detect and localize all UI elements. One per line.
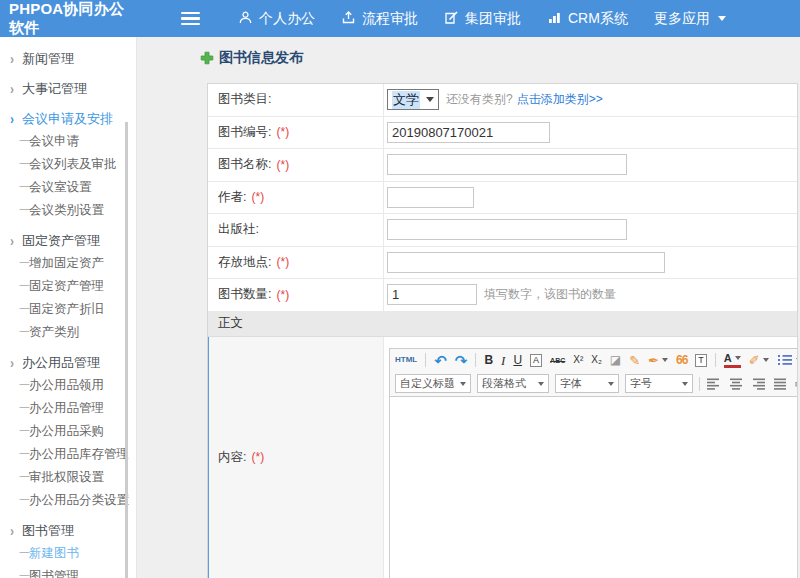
sidebar-item-5[interactable]: 一会议列表及审批 (0, 153, 136, 176)
required-mark: (*) (251, 190, 264, 204)
sidebar-item-9[interactable]: 一增加固定资产 (0, 252, 136, 275)
italic-button[interactable]: I (501, 354, 505, 367)
char-border-button[interactable]: A (530, 354, 542, 367)
sidebar-item-4[interactable]: 一会议申请 (0, 130, 136, 153)
nav-item-label: 更多应用 (654, 10, 710, 28)
sidebar-item-6[interactable]: 一会议室设置 (0, 176, 136, 199)
app-logo: PHPOA协同办公软件 (0, 0, 137, 38)
form-value-cell: 填写数字，该图书的数量 (384, 279, 797, 311)
font-color-button[interactable]: A (724, 353, 741, 368)
nav-item-5[interactable]: 更多应用 (654, 10, 726, 28)
edit-square-icon (444, 10, 459, 28)
field-label: 图书类目: (218, 91, 271, 108)
sidebar-item-label: 会议室设置 (29, 179, 92, 196)
underline-button[interactable]: U (513, 354, 522, 366)
form-value-cell (384, 182, 797, 214)
align-center-button[interactable] (728, 377, 744, 391)
nav-item-2[interactable]: 流程审批 (341, 10, 418, 28)
sidebar-item-label: 办公用品领用 (29, 377, 104, 394)
nav-item-1[interactable]: 个人办公 (238, 10, 315, 28)
html-source-button[interactable]: HTML (395, 356, 417, 364)
format-brush-button[interactable]: ✎ (629, 354, 640, 367)
dash-icon: 一 (19, 470, 29, 485)
book-number-input[interactable] (387, 122, 550, 143)
select-label: 段落格式 (482, 376, 526, 391)
paste-text-button[interactable]: T (695, 354, 707, 367)
form-label-cell: 出版社: (208, 214, 384, 246)
sidebar-item-18[interactable]: 一审批权限设置 (0, 466, 136, 489)
book-category-select[interactable]: 文学 (387, 89, 439, 110)
font-family-select[interactable]: 字体 (555, 374, 619, 393)
book-name-input[interactable] (387, 154, 627, 175)
align-right-button[interactable] (750, 377, 766, 391)
sidebar-item-21[interactable]: 一新建图书 (0, 542, 136, 565)
bar-chart-icon (547, 10, 562, 28)
dash-icon: 一 (19, 401, 29, 416)
caret-down-icon (763, 358, 769, 362)
highlight-color-button[interactable]: ✐ (749, 354, 769, 367)
sidebar-item-22[interactable]: 一图书管理 (0, 565, 136, 578)
sidebar-item-20[interactable]: ›图书管理 (0, 519, 136, 542)
dash-icon: 一 (19, 134, 29, 149)
caret-down-icon (460, 382, 466, 386)
sidebar-item-3[interactable]: ›会议申请及安排 (0, 107, 136, 130)
eraser-button[interactable]: ◪ (610, 354, 621, 366)
sidebar-item-13[interactable]: ›办公用品管理 (0, 351, 136, 374)
sidebar-item-19[interactable]: 一办公用品分类设置 (0, 489, 136, 512)
nav-item-3[interactable]: 集团审批 (444, 10, 521, 28)
author-input[interactable] (387, 187, 474, 208)
sidebar-item-8[interactable]: ›固定资产管理 (0, 229, 136, 252)
required-mark: (*) (276, 125, 289, 139)
caret-down-icon (682, 382, 688, 386)
custom-title-select[interactable]: 自定义标题 (395, 374, 471, 393)
sidebar-item-7[interactable]: 一会议类别设置 (0, 199, 136, 222)
dash-icon: 一 (19, 157, 29, 172)
subscript-button[interactable]: X₂ (591, 355, 602, 365)
nav-item-label: CRM系统 (568, 10, 628, 28)
publisher-input[interactable] (387, 219, 627, 240)
sidebar-item-10[interactable]: 一固定资产管理 (0, 275, 136, 298)
redo-button[interactable]: ↷ (455, 353, 468, 368)
body-section-header: 正文 (208, 312, 797, 337)
nav-item-label: 流程审批 (362, 10, 418, 28)
add-category-link[interactable]: 点击添加类别>> (517, 91, 603, 108)
sidebar-item-label: 办公用品管理 (29, 400, 104, 417)
olist-icon (777, 353, 793, 367)
ordered-list-button[interactable] (777, 353, 798, 367)
bold-button[interactable]: B (484, 354, 493, 366)
link-button[interactable] (794, 377, 798, 391)
blockquote-button[interactable]: 66 (676, 354, 687, 366)
undo-button[interactable]: ↶ (434, 353, 447, 368)
align-left-button[interactable] (706, 377, 722, 391)
hamburger-menu-icon[interactable] (181, 12, 200, 25)
sidebar-item-label: 增加固定资产 (29, 255, 104, 272)
sidebar-item-14[interactable]: 一办公用品领用 (0, 374, 136, 397)
form-label-cell: 图书数量:(*) (208, 279, 384, 311)
storage-location-input[interactable] (387, 252, 665, 273)
paragraph-format-select[interactable]: 段落格式 (477, 374, 549, 393)
font-size-select[interactable]: 字号 (625, 374, 693, 393)
sidebar-item-2[interactable]: ›大事记管理 (0, 77, 136, 100)
align-justify-button[interactable] (772, 377, 788, 391)
dash-icon: 一 (19, 279, 29, 294)
sidebar-item-16[interactable]: 一办公用品采购 (0, 420, 136, 443)
sidebar-item-17[interactable]: 一办公用品库存管理 (0, 443, 136, 466)
sidebar-item-15[interactable]: 一办公用品管理 (0, 397, 136, 420)
dash-icon: 一 (19, 447, 29, 462)
form-label-cell: 图书名称:(*) (208, 149, 384, 181)
header-nav: 个人办公流程审批集团审批CRM系统更多应用 (212, 10, 726, 28)
nav-item-4[interactable]: CRM系统 (547, 10, 628, 28)
superscript-button[interactable]: X² (573, 355, 583, 365)
book-quantity-input[interactable] (387, 284, 477, 305)
sidebar-scrollbar[interactable] (125, 122, 128, 578)
strikethrough-button[interactable]: ABC (550, 357, 565, 364)
sidebar-item-12[interactable]: 一资产类别 (0, 321, 136, 344)
sidebar-item-11[interactable]: 一固定资产折旧 (0, 298, 136, 321)
editor-canvas[interactable] (390, 397, 798, 578)
doodle-button[interactable]: ✒ (648, 354, 668, 367)
form-label-cell: 图书编号:(*) (208, 117, 384, 149)
sidebar-item-1[interactable]: ›新闻管理 (0, 47, 136, 70)
sidebar-item-label: 办公用品管理 (22, 354, 100, 372)
sidebar-item-label: 会议列表及审批 (29, 156, 117, 173)
chevron-right-icon: › (10, 110, 22, 127)
